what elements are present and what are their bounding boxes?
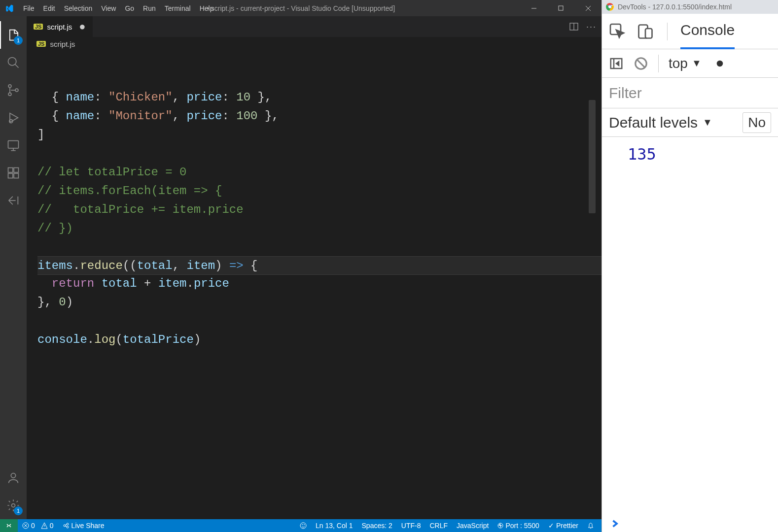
split-editor-icon[interactable]: [569, 22, 578, 31]
inspect-element-icon[interactable]: [609, 23, 627, 40]
status-port[interactable]: Port : 5500: [493, 522, 544, 530]
svg-rect-10: [14, 173, 18, 178]
live-share-icon[interactable]: [0, 187, 27, 214]
svg-point-18: [300, 523, 306, 529]
svg-rect-8: [14, 168, 18, 172]
levels-row: Default levels▼ No: [602, 108, 778, 137]
status-encoding[interactable]: UTF-8: [397, 522, 425, 530]
svg-point-3: [8, 93, 11, 96]
statusbar: 0 0 Live Share Ln 13, Col 1 Spaces: 2 UT…: [0, 519, 601, 532]
minimize-button[interactable]: [520, 0, 547, 16]
settings-badge: 1: [14, 506, 23, 515]
code-line[interactable]: // let totalPrice = 0: [37, 163, 601, 182]
more-actions-icon[interactable]: ···: [586, 22, 597, 32]
devtools-title: DevTools - 127.0.0.1:5500/index.html: [618, 3, 732, 11]
dirty-indicator-icon: ●: [79, 20, 85, 33]
status-feedback[interactable]: [295, 522, 311, 530]
status-prettier[interactable]: ✓ Prettier: [544, 522, 583, 530]
status-spaces[interactable]: Spaces: 2: [357, 522, 397, 530]
svg-point-11: [11, 473, 15, 478]
vscode-logo-icon: [5, 4, 14, 13]
menu-file[interactable]: File: [19, 4, 39, 12]
side-button[interactable]: No: [743, 112, 771, 133]
devtools-titlebar: DevTools - 127.0.0.1:5500/index.html: [602, 0, 778, 14]
status-eol[interactable]: CRLF: [425, 522, 452, 530]
svg-rect-7: [8, 168, 13, 172]
code-line[interactable]: [37, 312, 601, 331]
breadcrumb[interactable]: JS script.js: [27, 37, 601, 51]
eye-icon[interactable]: [716, 56, 723, 71]
svg-point-4: [15, 89, 18, 92]
window-title: script.js - current-project - Visual Stu…: [207, 4, 395, 12]
svg-point-20: [304, 525, 305, 525]
divider: [667, 23, 668, 40]
console-prompt[interactable]: [602, 515, 778, 532]
status-language[interactable]: JavaScript: [452, 522, 493, 530]
code-line[interactable]: items.reduce((total, item) => {: [37, 256, 601, 275]
source-control-icon[interactable]: [0, 76, 27, 104]
devtools-tabs: Console: [602, 14, 778, 49]
svg-point-12: [12, 504, 15, 507]
menu-view[interactable]: View: [97, 4, 120, 12]
run-debug-icon[interactable]: [0, 104, 27, 132]
tabs-bar: JS script.js ● ···: [27, 16, 601, 37]
tab-filename: script.js: [47, 23, 72, 31]
log-levels-selector[interactable]: Default levels▼: [609, 114, 712, 131]
menu-edit[interactable]: Edit: [39, 4, 60, 12]
device-toolbar-icon[interactable]: [637, 23, 654, 40]
close-button[interactable]: [574, 0, 601, 16]
extensions-icon[interactable]: [0, 159, 27, 187]
breadcrumb-path: script.js: [50, 40, 75, 48]
svg-rect-26: [645, 29, 652, 38]
maximize-button[interactable]: [547, 0, 574, 16]
remote-explorer-icon[interactable]: [0, 132, 27, 159]
clear-console-icon[interactable]: [634, 56, 648, 71]
tab-console[interactable]: Console: [680, 14, 735, 49]
code-line[interactable]: { name: "Chicken", price: 10 },: [37, 88, 601, 107]
filter-input[interactable]: [609, 85, 778, 101]
activity-bar: 1 1: [0, 16, 27, 519]
code-line[interactable]: console.log(totalPrice): [37, 331, 601, 349]
devtools-toolbar: top▼: [602, 49, 778, 78]
status-ln-col[interactable]: Ln 13, Col 1: [311, 522, 357, 530]
context-selector[interactable]: top▼: [669, 56, 702, 71]
code-line[interactable]: // totalPrice += item.price: [37, 200, 601, 219]
code-line[interactable]: ]: [37, 126, 601, 144]
minimap-thumb[interactable]: [589, 100, 596, 213]
code-line[interactable]: }, 0): [37, 293, 601, 312]
explorer-icon[interactable]: 1: [0, 21, 27, 49]
console-messages: 135: [602, 137, 778, 515]
show-sidebar-icon[interactable]: [609, 56, 624, 71]
code-line[interactable]: { name: "Monitor", price: 100 },: [37, 107, 601, 126]
svg-point-17: [67, 526, 69, 528]
menu-selection[interactable]: Selection: [60, 4, 97, 12]
svg-point-19: [302, 525, 303, 525]
code-line[interactable]: // items.forEach(item => {: [37, 182, 601, 200]
code-line[interactable]: [37, 238, 601, 257]
menu-run[interactable]: Run: [139, 4, 160, 12]
search-icon[interactable]: [0, 49, 27, 76]
divider: [658, 55, 659, 72]
menu-terminal[interactable]: Terminal: [160, 4, 195, 12]
code-line[interactable]: return total + item.price: [37, 274, 601, 293]
svg-point-16: [67, 523, 69, 525]
status-warnings[interactable]: 0: [36, 522, 58, 530]
tab-scriptjs[interactable]: JS script.js ●: [27, 16, 93, 37]
svg-rect-0: [559, 6, 563, 10]
minimap[interactable]: [589, 51, 596, 366]
status-bell-icon[interactable]: [583, 522, 599, 530]
settings-gear-icon[interactable]: 1: [0, 492, 27, 519]
menu-go[interactable]: Go: [120, 4, 139, 12]
vscode-window: FileEditSelectionViewGoRunTerminalHelp s…: [0, 0, 601, 532]
menubar: FileEditSelectionViewGoRunTerminalHelp: [19, 4, 218, 12]
svg-point-2: [8, 85, 11, 88]
status-live-share[interactable]: Live Share: [58, 522, 109, 530]
svg-point-1: [8, 58, 16, 66]
titlebar: FileEditSelectionViewGoRunTerminalHelp s…: [0, 0, 601, 16]
filter-row: [602, 78, 778, 108]
code-line[interactable]: [37, 144, 601, 163]
code-line[interactable]: // }): [37, 219, 601, 238]
remote-button[interactable]: [0, 519, 18, 532]
code-editor[interactable]: { name: "Chicken", price: 10 }, { name: …: [27, 51, 601, 519]
accounts-icon[interactable]: [0, 464, 27, 492]
